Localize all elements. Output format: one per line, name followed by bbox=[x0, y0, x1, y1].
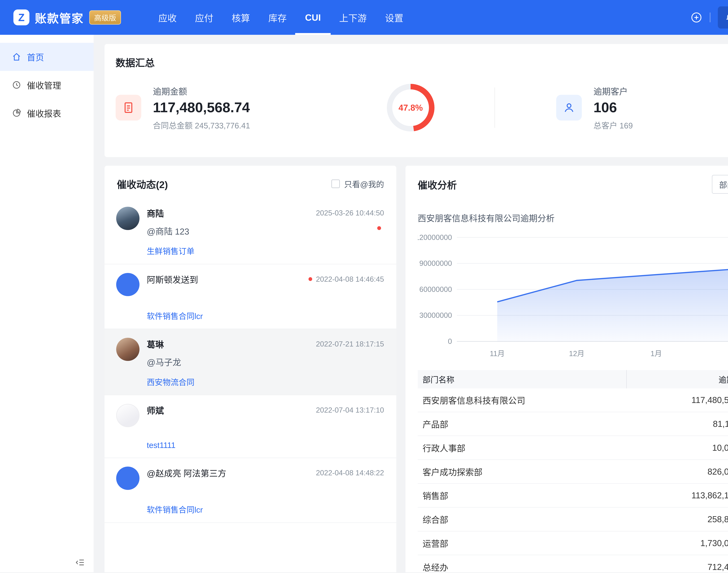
activity-message bbox=[147, 422, 384, 433]
table-row: 综合部 258,856.00 0.22% 查看个人 bbox=[418, 508, 728, 531]
svg-text:120000000: 120000000 bbox=[418, 233, 452, 241]
svg-text:90000000: 90000000 bbox=[419, 259, 452, 267]
activity-message bbox=[147, 484, 384, 496]
overdue-amount-donut: 47.8% bbox=[387, 84, 434, 132]
activity-time: 2022-04-08 14:48:22 bbox=[316, 468, 384, 477]
activity-user-name: 阿斯顿发送到 bbox=[147, 273, 198, 285]
sidebar-item-label: 首页 bbox=[27, 51, 44, 63]
left-sidebar: 首页 催收管理 催收报表 bbox=[0, 35, 94, 572]
overdue-amount-percent: 47.8% bbox=[399, 103, 423, 112]
svg-text:30000000: 30000000 bbox=[419, 311, 452, 319]
main-content: 数据汇总 数据不准确? 逾期金额 117,480,568.74 合同总金额 24… bbox=[94, 35, 728, 572]
overdue-trend-chart: 030000000600000009000000012000000011月12月… bbox=[418, 231, 728, 363]
nav-item-supply-chain[interactable]: 上下游 bbox=[330, 0, 376, 35]
overdue-customers-label: 逾期客户 bbox=[593, 85, 633, 97]
svg-text:12月: 12月 bbox=[569, 349, 584, 358]
overdue-customers-value: 106 bbox=[593, 99, 633, 115]
activity-item[interactable]: 葛琳 2022-07-21 18:17:15 @马子龙 西安物流合同 bbox=[105, 329, 396, 396]
avatar bbox=[116, 467, 140, 490]
activity-item[interactable]: 师斌 2022-07-04 13:17:10 test1111 bbox=[105, 395, 396, 458]
svg-text:1月: 1月 bbox=[651, 349, 662, 358]
table-header-row: 部门名称 逾期金额 占比 操作 bbox=[418, 370, 728, 388]
activity-link[interactable]: 生鲜销售订单 bbox=[147, 245, 195, 256]
app-title: 账款管家 bbox=[35, 9, 84, 26]
unread-dot bbox=[377, 226, 381, 230]
sidebar-item-label: 催收报表 bbox=[27, 107, 61, 119]
table-row: 产品部 81,119.60 0.07% 查看个人 bbox=[418, 412, 728, 436]
bill-icon bbox=[116, 95, 141, 120]
chart-subtitle: 西安朋客信息科技有限公司逾期分析 bbox=[418, 212, 728, 224]
avatar bbox=[116, 338, 140, 361]
nav-item-payables[interactable]: 应付 bbox=[186, 0, 222, 35]
activity-link[interactable]: test1111 bbox=[147, 441, 175, 450]
nav-item-cui[interactable]: CUI bbox=[296, 0, 330, 35]
activity-link[interactable]: 软件销售合同lcr bbox=[147, 504, 203, 515]
collection-analysis-card: 催收分析 部门 西安朋客信 最近6个月 bbox=[406, 166, 728, 572]
table-row: 运营部 1,730,000.00 1.47% 查看个人 bbox=[418, 531, 728, 555]
navbar-right: 消息中心 94 应用中心 赵重普 bbox=[690, 0, 728, 35]
bell-icon bbox=[725, 12, 728, 22]
analysis-title: 催收分析 bbox=[418, 177, 457, 192]
only-mentions-filter[interactable]: 只看@我的 bbox=[331, 178, 384, 190]
pie-chart-icon bbox=[12, 108, 21, 118]
table-row: 西安朋客信息科技有限公司 117,480,568.74 100.00% 查看个人 bbox=[418, 388, 728, 412]
activity-item[interactable]: 阿斯顿发送到 2022-04-08 14:46:45 软件销售合同lcr bbox=[105, 264, 396, 329]
activity-message: @商陆 123 bbox=[147, 225, 384, 237]
activity-user-name: @赵成亮 阿法第三方 bbox=[147, 467, 226, 479]
activity-user-name: 葛琳 bbox=[147, 338, 164, 350]
nav-item-inventory[interactable]: 库存 bbox=[259, 0, 296, 35]
activity-item[interactable]: 商陆 2025-03-26 10:44:50 @商陆 123 生鲜销售订单 bbox=[105, 198, 396, 264]
customer-icon bbox=[556, 95, 582, 120]
sidebar-item-home[interactable]: 首页 bbox=[0, 43, 94, 71]
home-icon bbox=[12, 52, 21, 62]
avatar bbox=[116, 404, 140, 427]
total-customers-label: 总客户 169 bbox=[593, 119, 633, 131]
nav-item-accounting[interactable]: 核算 bbox=[222, 0, 259, 35]
data-summary-card: 数据汇总 数据不准确? 逾期金额 117,480,568.74 合同总金额 24… bbox=[105, 44, 728, 157]
sidebar-collapse-icon[interactable] bbox=[75, 558, 85, 567]
col-header-dept: 部门名称 bbox=[418, 370, 627, 388]
activity-message: @马子龙 bbox=[147, 356, 384, 368]
collection-activity-card: 催收动态(2) 只看@我的 商陆 2025-03-26 10:44:50 @商陆… bbox=[105, 166, 396, 572]
activity-item[interactable]: @赵成亮 阿法第三方 2022-04-08 14:48:22 软件销售合同lcr bbox=[105, 458, 396, 523]
department-table: 部门名称 逾期金额 占比 操作 西安朋客信息科技有限公司 117,480,568… bbox=[418, 370, 728, 572]
activity-link[interactable]: 软件销售合同lcr bbox=[147, 310, 203, 321]
premium-badge: 高级版 bbox=[89, 10, 121, 24]
activity-time: 2025-03-26 10:44:50 bbox=[316, 209, 384, 217]
activity-time: 2022-07-21 18:17:15 bbox=[316, 340, 384, 348]
sidebar-item-collection-manage[interactable]: 催收管理 bbox=[0, 71, 94, 99]
svg-text:60000000: 60000000 bbox=[419, 285, 452, 293]
app-logo-icon: Z bbox=[13, 9, 29, 25]
app-root: Z 账款管家 高级版 应收 应付 核算 库存 CUI 上下游 设置 消息中心 9… bbox=[0, 0, 728, 572]
main-nav: 应收 应付 核算 库存 CUI 上下游 设置 bbox=[149, 0, 413, 35]
only-mentions-label: 只看@我的 bbox=[344, 178, 384, 190]
message-center-button[interactable]: 消息中心 94 bbox=[718, 6, 728, 29]
nav-divider bbox=[710, 12, 710, 22]
activity-link[interactable]: 西安物流合同 bbox=[147, 376, 195, 387]
overdue-amount-label: 逾期金额 bbox=[153, 85, 250, 97]
sidebar-item-collection-report[interactable]: 催收报表 bbox=[0, 99, 94, 127]
only-mentions-checkbox[interactable] bbox=[331, 179, 340, 188]
table-row: 销售部 113,862,176.14 96.92% 查看个人 bbox=[418, 484, 728, 508]
activity-title: 催收动态(2) bbox=[117, 177, 168, 191]
app-brand[interactable]: Z 账款管家 高级版 bbox=[13, 0, 121, 35]
overdue-amount-value: 117,480,568.74 bbox=[153, 99, 250, 115]
table-row: 总经办 712,400.00 0.61% 查看个人 bbox=[418, 555, 728, 572]
col-header-amount: 逾期金额 bbox=[627, 370, 728, 388]
activity-time: 2022-07-04 13:17:10 bbox=[316, 406, 384, 414]
avatar bbox=[116, 207, 140, 230]
nav-item-settings[interactable]: 设置 bbox=[376, 0, 413, 35]
table-row: 行政人事部 10,000.00 0.01% 查看个人 bbox=[418, 436, 728, 460]
plus-circle-icon[interactable] bbox=[690, 11, 703, 23]
activity-time: 2022-04-08 14:46:45 bbox=[316, 275, 384, 283]
unread-dot bbox=[309, 277, 312, 281]
svg-text:11月: 11月 bbox=[490, 349, 505, 358]
contract-total-label: 合同总金额 245,733,776.41 bbox=[153, 119, 250, 131]
dept-filter-select[interactable]: 部门 bbox=[712, 175, 728, 194]
nav-item-receivables[interactable]: 应收 bbox=[149, 0, 186, 35]
sidebar-item-label: 催收管理 bbox=[27, 79, 61, 91]
table-row: 客户成功探索部 826,017.00 0.70% 查看个人 bbox=[418, 460, 728, 484]
activity-user-name: 师斌 bbox=[147, 404, 164, 416]
summary-title: 数据汇总 bbox=[116, 55, 155, 69]
avatar bbox=[116, 273, 140, 296]
